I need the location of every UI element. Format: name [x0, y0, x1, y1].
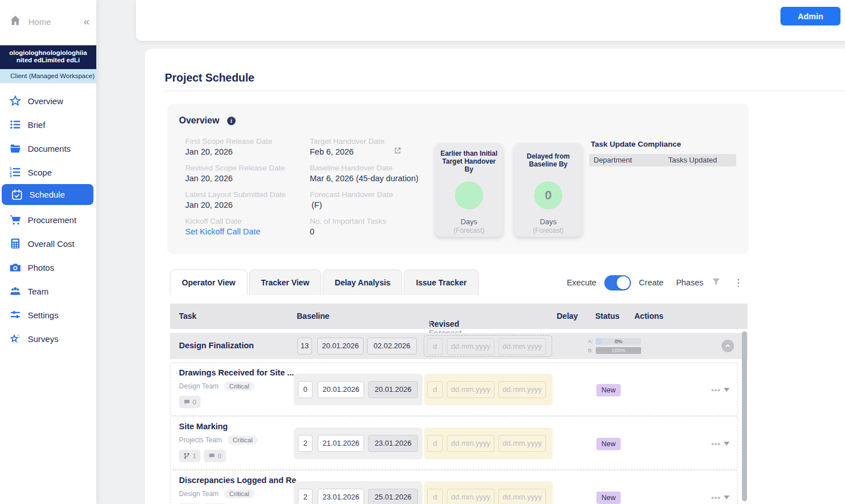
filter-icon[interactable]	[711, 277, 721, 288]
sidebar-item-surveys[interactable]: Surveys	[0, 327, 96, 351]
page-title: Project Schedule	[165, 71, 254, 84]
set-kickoff-call-date-link[interactable]: Set Kickoff Call Date	[185, 227, 307, 236]
field-forecast-handover: Forecast Handover Date (F)	[310, 190, 432, 210]
baseline-group: 2 23.01.2026 25.01.2026	[294, 481, 422, 504]
numbered-list-icon: 123	[8, 165, 22, 179]
baseline-duration-input[interactable]: 2	[298, 435, 313, 452]
baseline-start-input[interactable]: 23.01.2026	[318, 489, 364, 504]
revised-end-input[interactable]: dd.mm.yyyy	[498, 489, 546, 504]
external-link-icon[interactable]	[394, 147, 402, 157]
collapse-group-icon[interactable]	[722, 340, 734, 352]
sidebar-collapse-icon[interactable]: «	[83, 15, 89, 28]
revised-start-input[interactable]: dd.mm.yyyy	[447, 489, 494, 504]
metric-value-circle: 0	[534, 181, 562, 210]
star-icon	[8, 94, 22, 108]
people-icon	[8, 284, 22, 298]
baseline-group: 2 21.01.2026 23.01.2026	[294, 428, 422, 459]
revised-start-input[interactable]: dd.mm.yyyy	[447, 381, 494, 398]
sidebar-item-scope[interactable]: 123 Scope	[0, 160, 96, 184]
revised-duration-input[interactable]: d	[427, 489, 443, 504]
sidebar-home-row[interactable]: Home «	[0, 11, 96, 32]
revised-duration-input[interactable]: d	[427, 338, 443, 355]
tab-delay-analysis[interactable]: Delay Analysis	[323, 270, 402, 295]
task-team: Projects Team	[179, 436, 222, 444]
title-divider	[165, 91, 845, 91]
view-controls: Execute Create Phases ⋮	[567, 274, 743, 291]
task-team: Design Team	[179, 382, 219, 390]
baseline-duration-input[interactable]: 0	[298, 381, 313, 398]
revised-duration-input[interactable]: d	[427, 435, 443, 452]
group-row-design-finalization: Design Finalization 13 20.01.2026 02.02.…	[170, 333, 748, 359]
priority-badge: Critical	[224, 489, 254, 498]
sidebar-item-label: Photos	[28, 263, 54, 272]
sidebar-item-settings[interactable]: Settings	[0, 303, 96, 327]
field-label: Target Handover Date	[310, 137, 432, 146]
baseline-start-input[interactable]: 20.01.2026	[318, 381, 364, 398]
dependencies-chip[interactable]: 1	[179, 450, 200, 462]
tab-issue-tracker[interactable]: Issue Tracker	[404, 270, 479, 295]
baseline-start-input[interactable]: 20.01.2026	[317, 338, 364, 354]
top-bar: Admin	[136, 0, 845, 41]
field-label: Forecast Handover Date	[310, 190, 432, 199]
sidebar-item-procurement[interactable]: Procurement	[0, 208, 96, 232]
revised-end-input[interactable]: dd.mm.yyyy	[498, 381, 546, 398]
sidebar-item-photos[interactable]: Photos	[0, 255, 96, 279]
field-revised-scope-release: Revised Scope Release Date Jan 20, 2026	[185, 164, 307, 183]
revised-start-input[interactable]: dd.mm.yyyy	[447, 435, 494, 452]
star-sparkle-icon	[8, 332, 22, 345]
calculator-icon	[8, 237, 22, 250]
col-status: Status	[595, 311, 620, 321]
comments-chip[interactable]: 0	[204, 450, 225, 462]
info-icon[interactable]: i	[227, 117, 236, 125]
compliance-header: Department Tasks Updated	[589, 154, 736, 166]
field-label: Baseline Handover Date	[310, 164, 432, 172]
row-actions[interactable]: •••	[711, 493, 729, 502]
sidebar-item-schedule[interactable]: Schedule	[2, 184, 93, 205]
sidebar-item-label: Team	[28, 287, 49, 296]
sidebar-item-label: Scope	[28, 168, 52, 177]
baseline-end-input[interactable]: 20.01.2026	[368, 381, 418, 398]
baseline-duration-input[interactable]: 2	[298, 489, 313, 504]
row-actions[interactable]: •••	[711, 439, 729, 448]
baseline-end-input[interactable]: 02.02.2026	[367, 338, 417, 354]
execute-create-toggle[interactable]	[604, 275, 631, 291]
sidebar-item-documents[interactable]: Documents	[0, 136, 96, 160]
revised-group: d dd.mm.yyyy dd.mm.yyyy	[424, 481, 553, 504]
sidebar-item-overview[interactable]: Overview	[0, 89, 96, 113]
overview-title: Overview	[179, 116, 219, 126]
phases-label: Phases	[676, 278, 703, 287]
sidebar-item-brief[interactable]: Brief	[0, 113, 96, 136]
kebab-menu-icon[interactable]: ⋮	[733, 277, 743, 289]
row-actions[interactable]: •••	[711, 386, 729, 394]
col-baseline: Baseline	[297, 311, 330, 321]
baseline-start-input[interactable]: 21.01.2026	[318, 435, 364, 452]
revised-end-input[interactable]: dd.mm.yyyy	[498, 338, 546, 355]
status-badge: New	[596, 438, 621, 450]
brand-banner: ologiologhnologiologhiia nited edLimited…	[0, 45, 96, 69]
sidebar-item-overall-cost[interactable]: Overall Cost	[0, 232, 96, 255]
revised-duration-input[interactable]: d	[427, 381, 443, 398]
table-scrollbar[interactable]	[742, 331, 747, 504]
baseline-duration-input[interactable]: 13	[297, 338, 312, 354]
create-label: Create	[639, 278, 664, 287]
sidebar-item-label: Settings	[28, 310, 58, 320]
baseline-end-input[interactable]: 25.01.2026	[368, 489, 418, 504]
task-title: Drawings Received for Site ...	[179, 368, 294, 377]
scrollbar-thumb[interactable]	[742, 331, 747, 501]
field-latest-layout-submitted: Latest Layout Submitted Date Jan 20, 202…	[185, 190, 307, 210]
sidebar-item-team[interactable]: Team	[0, 279, 96, 303]
field-target-handover: Target Handover Date Feb 6, 2026	[310, 137, 432, 156]
sidebar: Home « ologiologhnologiologhiia nited ed…	[0, 0, 96, 504]
field-label: No. of Important Tasks	[310, 217, 432, 225]
revised-end-input[interactable]: dd.mm.yyyy	[498, 435, 546, 452]
comments-chip[interactable]: 0	[179, 396, 200, 408]
field-label: Revised Scope Release Date	[185, 164, 307, 172]
tab-operator-view[interactable]: Operator View	[170, 270, 247, 295]
col-task: Task	[179, 311, 197, 321]
revised-group: d dd.mm.yyyy dd.mm.yyyy	[424, 335, 552, 357]
baseline-end-input[interactable]: 23.01.2026	[368, 435, 418, 452]
progress-b-label: B:	[588, 347, 596, 353]
revised-start-input[interactable]: dd.mm.yyyy	[447, 338, 494, 355]
admin-button[interactable]: Admin	[780, 7, 840, 25]
tab-tracker-view[interactable]: Tracker View	[249, 270, 321, 295]
